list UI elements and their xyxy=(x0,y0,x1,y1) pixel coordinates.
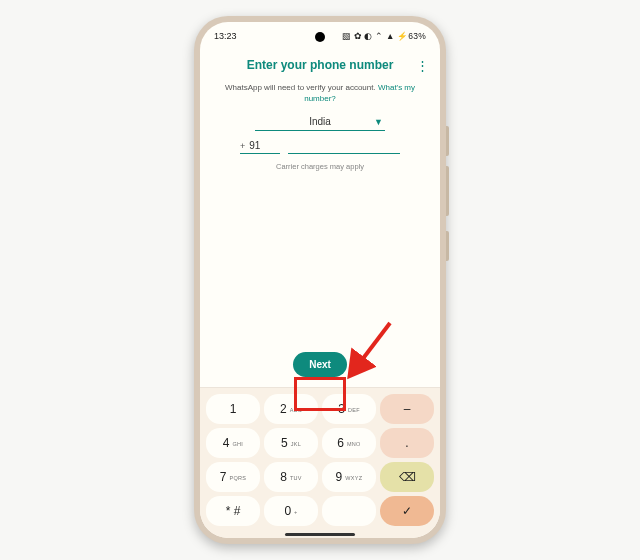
next-button[interactable]: Next xyxy=(293,352,347,377)
plus-sign: + xyxy=(240,141,245,151)
status-time: 13:23 xyxy=(214,31,237,41)
key-enter[interactable]: ✓ xyxy=(380,496,434,526)
key-symbols[interactable]: * # xyxy=(206,496,260,526)
key-1[interactable]: 1 xyxy=(206,394,260,424)
backspace-icon: ⌫ xyxy=(399,470,416,484)
numeric-keyboard: 1 2ABC 3DEF – 4GHI 5JKL 6MNO . 7PQRS 8TU… xyxy=(200,387,440,530)
phone-number-input[interactable] xyxy=(288,139,400,154)
key-spacer xyxy=(322,496,376,526)
country-selector[interactable]: India ▼ xyxy=(255,114,385,131)
key-backspace[interactable]: ⌫ xyxy=(380,462,434,492)
description-prefix: WhatsApp will need to verify your accoun… xyxy=(225,83,378,92)
volume-button xyxy=(446,166,449,216)
carrier-note: Carrier charges may apply xyxy=(214,162,426,171)
country-label: India xyxy=(309,116,331,127)
dropdown-arrow-icon: ▼ xyxy=(374,117,383,127)
page-title: Enter your phone number xyxy=(214,54,426,82)
nav-pill xyxy=(285,533,355,536)
key-dot[interactable]: . xyxy=(380,428,434,458)
country-code-input[interactable]: + 91 xyxy=(240,140,280,154)
key-4[interactable]: 4GHI xyxy=(206,428,260,458)
check-icon: ✓ xyxy=(402,504,412,518)
app-content: Enter your phone number ⋮ WhatsApp will … xyxy=(200,48,440,387)
key-6[interactable]: 6MNO xyxy=(322,428,376,458)
status-indicators: ▧ ✿ ◐ ⌃ ▲ ⚡63% xyxy=(342,31,426,41)
key-5[interactable]: 5JKL xyxy=(264,428,318,458)
key-0[interactable]: 0+ xyxy=(264,496,318,526)
description-text: WhatsApp will need to verify your accoun… xyxy=(214,82,426,104)
key-2[interactable]: 2ABC xyxy=(264,394,318,424)
key-7[interactable]: 7PQRS xyxy=(206,462,260,492)
key-9[interactable]: 9WXYZ xyxy=(322,462,376,492)
front-camera xyxy=(315,32,325,42)
phone-input-row: + 91 xyxy=(240,139,400,154)
key-3[interactable]: 3DEF xyxy=(322,394,376,424)
more-options-button[interactable]: ⋮ xyxy=(413,56,432,75)
key-dash[interactable]: – xyxy=(380,394,434,424)
power-button xyxy=(446,231,449,261)
key-8[interactable]: 8TUV xyxy=(264,462,318,492)
next-button-container: Next xyxy=(214,352,426,387)
country-code-value: 91 xyxy=(249,140,260,151)
phone-frame: 13:23 ▧ ✿ ◐ ⌃ ▲ ⚡63% Enter your phone nu… xyxy=(194,16,446,544)
nav-bar[interactable] xyxy=(200,530,440,538)
side-button xyxy=(446,126,449,156)
screen: 13:23 ▧ ✿ ◐ ⌃ ▲ ⚡63% Enter your phone nu… xyxy=(200,22,440,538)
app-header: Enter your phone number ⋮ xyxy=(214,54,426,82)
